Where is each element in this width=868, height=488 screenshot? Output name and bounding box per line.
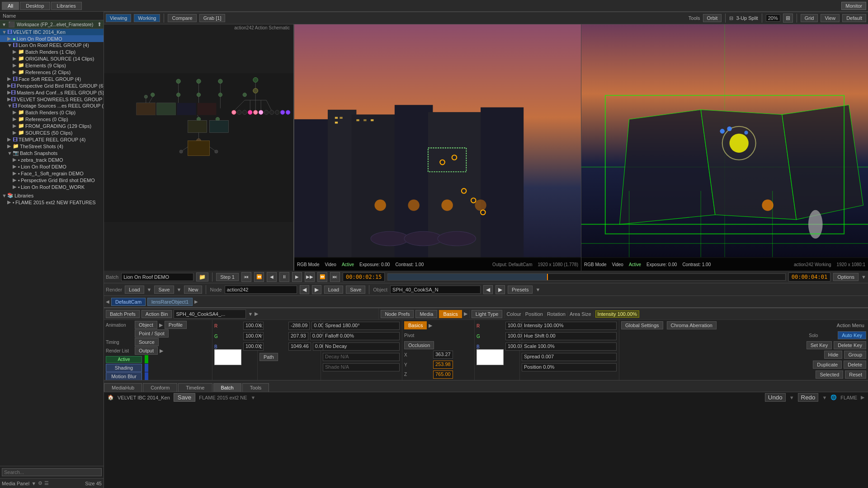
delete-key-btn[interactable]: Delete Key — [834, 341, 866, 349]
tree-item-flame2015[interactable]: ▶ ▪ FLAME 2015 ext2 NEW FEATURES — [0, 199, 104, 206]
transport-prev-frame[interactable]: ⏪ — [254, 272, 264, 282]
workspace-btn[interactable]: ⬆ — [97, 21, 102, 28]
profile-btn[interactable]: Profile — [165, 321, 187, 329]
animation-object-btn[interactable]: Object — [135, 321, 157, 329]
batch-prefs-btn[interactable]: Batch Prefs — [106, 310, 140, 318]
tree-item-elements[interactable]: ▶ 📁 Elements (9 Clips) — [0, 62, 104, 69]
tree-item-velvet-show[interactable]: ▶ 🎞 VELVET SHOWREELS REEL GROUP (3) — [0, 96, 104, 103]
tree-item-lion-demo[interactable]: ▶ ● Lion On Roof DEMO — [0, 35, 104, 42]
step-btn[interactable]: Step 1 — [216, 273, 239, 281]
tree-item-orig-source[interactable]: ▶ 📁 ORIGINAL SOURCE (14 Clips) — [0, 55, 104, 62]
transport-pause[interactable]: ⏸ — [279, 272, 289, 282]
y-pos-val[interactable]: 207.93 — [288, 332, 308, 340]
delete-btn[interactable]: Delete — [844, 361, 866, 369]
occlusion-btn[interactable]: Occlusion — [404, 341, 434, 349]
tree-item-batch-snapshots[interactable]: ▼ 📷 Batch Snapshots — [0, 150, 104, 156]
x-pos-val[interactable]: -288.09 — [288, 322, 310, 330]
timeline-strip[interactable] — [387, 273, 785, 281]
x-piv-val[interactable]: 363.27 — [433, 351, 453, 359]
path-btn[interactable]: Path — [259, 353, 278, 361]
reset2-btn[interactable]: Reset — [845, 371, 866, 379]
position2-val[interactable]: Position 0.0% — [522, 363, 617, 371]
compare-btn[interactable]: Compare — [168, 14, 196, 22]
motion-blur-btn[interactable]: Motion Blur — [106, 372, 142, 380]
tree-item-references2[interactable]: ▶ 📁 References (0 Clip) — [0, 116, 104, 122]
y-piv-val[interactable]: 253.98 — [433, 361, 453, 369]
tree-item-references[interactable]: ▶ 📁 References (2 Clips) — [0, 69, 104, 75]
zoom-fit-btn[interactable]: ⊞ — [783, 14, 793, 23]
tree-item-template-reel[interactable]: ▶ 🎞 TEMPLATE REEL GROUP (4) — [0, 136, 104, 143]
tree-item-thestreet[interactable]: ▶ 📁 TheStreet Shots (4) — [0, 143, 104, 150]
default-btn[interactable]: Default — [842, 14, 866, 22]
set-key-btn[interactable]: Set Key — [807, 341, 832, 349]
tab-batch[interactable]: Batch — [213, 383, 241, 392]
grid-btn[interactable]: Grid — [801, 14, 818, 22]
tree-item-from-grading[interactable]: ▶ 📁 FROM_GRADING (129 Clips) — [0, 122, 104, 129]
transport-next[interactable]: ▶▶ — [305, 272, 315, 282]
shading-btn[interactable]: Shading — [106, 364, 142, 372]
gear-icon[interactable]: ⚙ — [38, 480, 42, 486]
point-spot-btn[interactable]: Point / Spot — [135, 329, 169, 338]
object-prev-btn[interactable]: ◀ — [483, 285, 493, 294]
media-btn[interactable]: Media — [415, 310, 437, 318]
action-bin-btn[interactable]: Action Bin — [142, 310, 172, 318]
load-btn[interactable]: Load — [125, 286, 144, 294]
tree-item-zebra-track[interactable]: ▶ ▪ zebra_track DEMO — [0, 156, 104, 163]
tab-libraries[interactable]: Libraries — [51, 2, 82, 10]
tree-item-lion-work[interactable]: ▶ ▪ Lion On Roof DEMO_WORK — [0, 183, 104, 190]
active-btn[interactable]: Active — [106, 356, 142, 363]
schematic-panel[interactable]: action242 Action Schematic — [104, 24, 294, 271]
workspace-row[interactable]: ▼ ⬛ Workspace (FP_2...elvet_Framestore) … — [0, 20, 104, 29]
no-decay-val[interactable]: No Decay — [323, 343, 400, 351]
light-type-btn[interactable]: Light Type — [472, 310, 503, 318]
tab-all[interactable]: All — [2, 2, 19, 10]
panel-down-icon[interactable]: ▼ — [31, 481, 36, 486]
scale-val[interactable]: Scale 100.0% — [522, 343, 617, 351]
presets-btn[interactable]: Presets — [508, 286, 533, 294]
batch-folder-btn[interactable]: 📁 — [196, 272, 208, 282]
lens-btn[interactable]: lensRareObject1 — [147, 298, 193, 306]
sph-input[interactable] — [174, 310, 246, 319]
tab-mediahub[interactable]: MediaHub — [104, 383, 142, 392]
tree-item-perspective[interactable]: ▶ 🎞 Perspective Grid Bird REEL GROUP (6) — [0, 82, 104, 89]
save-btn[interactable]: Save — [154, 286, 174, 294]
list-icon[interactable]: ☰ — [44, 480, 49, 486]
z-piv-val[interactable]: 765.00 — [433, 371, 453, 379]
tab-conform[interactable]: Conform — [143, 383, 177, 392]
falloff-val[interactable]: Falloff 0.00% — [323, 332, 400, 340]
tree-item-batch-renders[interactable]: ▶ 📁 Batch Renders (1 Clip) — [0, 48, 104, 55]
tree-item-perspective-demo[interactable]: ▶ ▪ Perspective Grid Bird shot DEMO — [0, 177, 104, 183]
viewing-btn[interactable]: Viewing — [106, 14, 131, 22]
save2-btn[interactable]: Save — [346, 286, 365, 294]
tree-item-masters[interactable]: ▶ 🎞 Masters And Conf...s REEL GROUP (5) — [0, 89, 104, 96]
transport-next-frame[interactable]: ⏩ — [317, 272, 327, 282]
tab-timeline[interactable]: Timeline — [178, 383, 212, 392]
transport-play[interactable]: ▶ — [292, 272, 302, 282]
status-save-btn[interactable]: Save — [174, 393, 195, 402]
global-settings-btn[interactable]: Global Settings — [621, 321, 663, 329]
node-prev-btn[interactable]: ◀ — [300, 285, 309, 294]
tree-item-sources[interactable]: ▶ 📁 SOURCES (50 Clips) — [0, 129, 104, 136]
view-btn[interactable]: View — [821, 14, 840, 22]
intensity2-val[interactable]: Intensity 100.00% — [522, 322, 617, 330]
tree-item-footage[interactable]: ▼ 🎞 Footage Sources ...es REEL GROUP (4) — [0, 103, 104, 109]
hide-btn[interactable]: Hide — [824, 351, 843, 359]
tree-item-lion-reel[interactable]: ▼ 🎞 Lion On Roof REEL GROUP (4) — [0, 42, 104, 48]
duplicate-btn[interactable]: Duplicate — [813, 361, 842, 369]
object-name-input[interactable] — [390, 286, 481, 294]
search-input[interactable] — [2, 468, 102, 476]
chroma-btn[interactable]: Chroma Aberration — [667, 321, 717, 329]
new-btn[interactable]: New — [184, 286, 202, 294]
basics-btn[interactable]: Basics — [439, 310, 462, 318]
spread2-val[interactable]: Spread 0.007 — [522, 353, 617, 361]
options-btn[interactable]: Options — [833, 273, 859, 281]
transport-start[interactable]: ⏮ — [241, 272, 251, 282]
batch-name-input[interactable] — [121, 273, 193, 281]
output-btn[interactable]: Output — [135, 347, 158, 355]
transport-prev[interactable]: ◀ — [267, 272, 277, 282]
z-pos-val[interactable]: 1049.46 — [288, 343, 311, 351]
tree-item-face-regrain[interactable]: ▶ ▪ Face_1_Soft_regrain DEMO — [0, 170, 104, 177]
selected-btn[interactable]: Selected — [816, 371, 843, 379]
node-next-btn[interactable]: ▶ — [312, 285, 321, 294]
tab-tools[interactable]: Tools — [242, 383, 269, 392]
